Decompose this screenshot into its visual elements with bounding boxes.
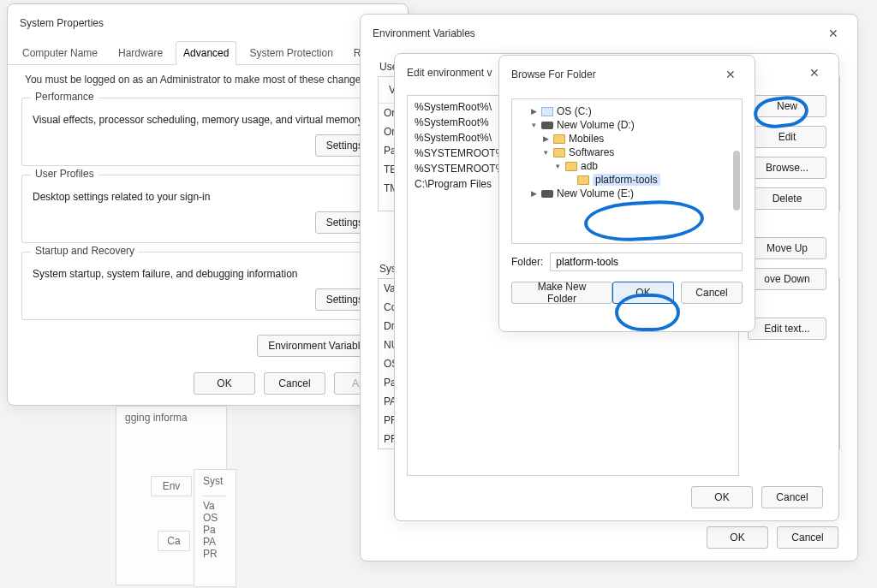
close-icon[interactable]: ✕ [821, 23, 845, 44]
tree-node-adb[interactable]: ▾ adb [552, 159, 738, 173]
dialog-title: Environment Variables [373, 27, 475, 39]
tree-label-selected: platform-tools [593, 174, 660, 186]
ok-button[interactable]: OK [707, 526, 768, 549]
drive-icon [541, 190, 553, 198]
make-new-folder-button[interactable]: Make New Folder [511, 282, 612, 304]
move-up-button[interactable]: Move Up [748, 237, 826, 259]
folder-icon [565, 162, 577, 171]
folder-tree[interactable]: ▶ OS (C:) ▾ New Volume (D:) ▶ Mobiles ▾ … [511, 98, 743, 244]
tree-label: New Volume (E:) [557, 187, 634, 199]
ghost-env-btn: Env [163, 480, 181, 492]
tree-node-platform-tools[interactable]: ▶ platform-tools [564, 173, 738, 187]
dialog-title: Browse For Folder [511, 68, 596, 80]
ghost-row: PA [203, 536, 227, 548]
chevron-down-icon[interactable]: ▾ [541, 148, 550, 157]
cancel-button[interactable]: Cancel [264, 372, 325, 395]
user-profiles-group: User Profiles Desktop settings related t… [21, 175, 394, 243]
tab-advanced[interactable]: Advanced [176, 41, 236, 65]
performance-group: Performance Visual effects, processor sc… [21, 98, 394, 166]
chevron-down-icon[interactable]: ▾ [529, 121, 538, 129]
profiles-desc: Desktop settings related to your sign-in [33, 191, 383, 203]
cancel-button[interactable]: Cancel [761, 486, 823, 508]
ok-button[interactable]: OK [612, 282, 674, 304]
tree-label: OS (C:) [557, 105, 592, 117]
move-down-button[interactable]: ove Down [748, 268, 826, 290]
tab-hardware[interactable]: Hardware [110, 41, 170, 65]
tab-computer-name[interactable]: Computer Name [15, 41, 105, 65]
folder-icon [577, 175, 589, 185]
chevron-down-icon[interactable]: ▾ [553, 162, 562, 170]
dialog-title: System Properties [20, 17, 104, 29]
tabs: Computer Name Hardware Advanced System P… [8, 40, 408, 65]
group-title: Startup and Recovery [31, 245, 139, 257]
tree-label: New Volume (D:) [557, 119, 635, 131]
folder-label: Folder: [511, 256, 543, 268]
tree-node-mobiles[interactable]: ▶ Mobiles [540, 132, 738, 146]
tree-label: Softwares [569, 146, 614, 158]
ghost-cancel-btn: Ca [167, 535, 180, 547]
drive-icon [541, 122, 553, 129]
close-icon[interactable]: ✕ [802, 62, 826, 83]
startup-desc: System startup, system failure, and debu… [33, 268, 383, 280]
folder-icon [553, 148, 565, 157]
ok-button[interactable]: OK [691, 486, 753, 508]
edit-button[interactable]: Edit [748, 126, 826, 148]
browse-for-folder-dialog: Browse For Folder ✕ ▶ OS (C:) ▾ New Volu… [498, 55, 755, 332]
performance-desc: Visual effects, processor scheduling, me… [33, 114, 383, 126]
ghost-row: Pa [203, 524, 227, 536]
delete-button[interactable]: Delete [748, 187, 826, 210]
ok-button[interactable]: OK [194, 372, 255, 395]
admin-note: You must be logged on as an Administrato… [8, 65, 408, 89]
scrollbar-thumb[interactable] [733, 151, 740, 211]
startup-recovery-group: Startup and Recovery System startup, sys… [21, 252, 394, 320]
cancel-button[interactable]: Cancel [777, 526, 838, 549]
system-properties-dialog: System Properties ✕ Computer Name Hardwa… [7, 3, 409, 406]
drive-icon [541, 107, 553, 116]
chevron-right-icon[interactable]: ▶ [541, 134, 550, 143]
edit-text-button[interactable]: Edit text... [748, 318, 826, 340]
tab-system-protection[interactable]: System Protection [242, 41, 340, 65]
ghost-text: gging informa [125, 412, 188, 424]
group-title: Performance [31, 91, 98, 103]
tree-label: Mobiles [569, 133, 604, 145]
cancel-button[interactable]: Cancel [681, 282, 743, 304]
tree-node-e[interactable]: ▶ New Volume (E:) [528, 187, 738, 200]
chevron-right-icon[interactable]: ▶ [529, 189, 538, 198]
browse-button[interactable]: Browse... [748, 157, 826, 179]
folder-icon [553, 134, 565, 144]
tree-node-softwares[interactable]: ▾ Softwares [540, 146, 738, 159]
ghost-row: Va [203, 500, 227, 512]
ghost-row: PR [203, 548, 227, 560]
chevron-right-icon[interactable]: ▶ [529, 107, 538, 116]
folder-input[interactable] [550, 252, 743, 271]
ghost-syst-label: Syst [203, 475, 227, 487]
new-button[interactable]: New [748, 95, 826, 117]
close-icon[interactable]: ✕ [719, 64, 743, 85]
group-title: User Profiles [31, 168, 98, 180]
ghost-row: OS [203, 512, 227, 524]
dialog-title: Edit environment v [407, 67, 492, 79]
tree-node-d[interactable]: ▾ New Volume (D:) [528, 118, 738, 132]
tree-node-os-c[interactable]: ▶ OS (C:) [528, 104, 738, 118]
tree-label: adb [581, 160, 598, 172]
